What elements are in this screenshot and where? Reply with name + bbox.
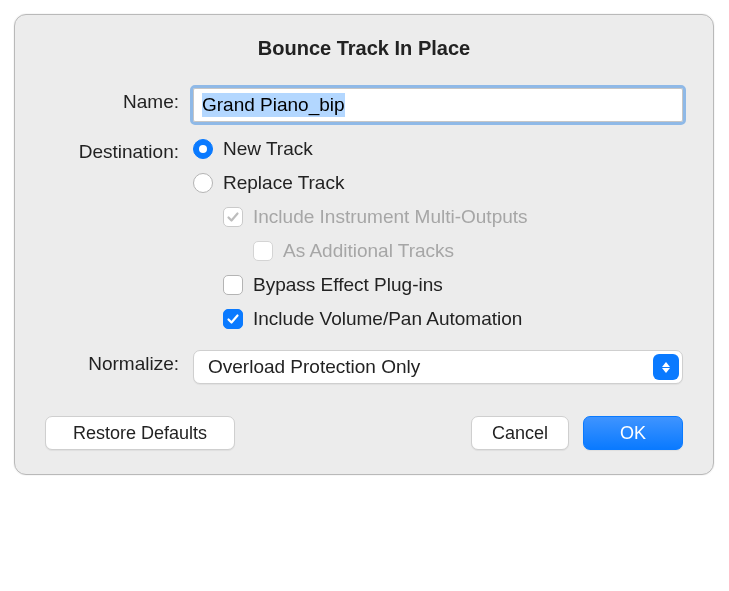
- as-additional-label: As Additional Tracks: [283, 240, 454, 262]
- new-track-label: New Track: [223, 138, 313, 160]
- bounce-dialog: Bounce Track In Place Name: Grand Piano_…: [14, 14, 714, 475]
- name-input[interactable]: Grand Piano_bip: [193, 88, 683, 122]
- ok-button[interactable]: OK: [583, 416, 683, 450]
- bypass-fx-checkbox[interactable]: [223, 275, 243, 295]
- cancel-button[interactable]: Cancel: [471, 416, 569, 450]
- name-label: Name:: [45, 88, 193, 113]
- dialog-title: Bounce Track In Place: [45, 37, 683, 60]
- chevron-updown-icon[interactable]: [653, 354, 679, 380]
- as-additional-checkbox: [253, 241, 273, 261]
- replace-track-radio[interactable]: [193, 173, 213, 193]
- include-volpan-checkbox[interactable]: [223, 309, 243, 329]
- replace-track-label: Replace Track: [223, 172, 344, 194]
- normalize-label: Normalize:: [45, 350, 193, 375]
- normalize-value: Overload Protection Only: [208, 356, 420, 378]
- bypass-fx-label: Bypass Effect Plug-ins: [253, 274, 443, 296]
- include-multi-label: Include Instrument Multi-Outputs: [253, 206, 528, 228]
- destination-label: Destination:: [45, 138, 193, 163]
- new-track-radio[interactable]: [193, 139, 213, 159]
- include-volpan-label: Include Volume/Pan Automation: [253, 308, 522, 330]
- name-input-value: Grand Piano_bip: [202, 93, 345, 117]
- normalize-select[interactable]: Overload Protection Only: [193, 350, 683, 384]
- restore-defaults-button[interactable]: Restore Defaults: [45, 416, 235, 450]
- include-multi-checkbox: [223, 207, 243, 227]
